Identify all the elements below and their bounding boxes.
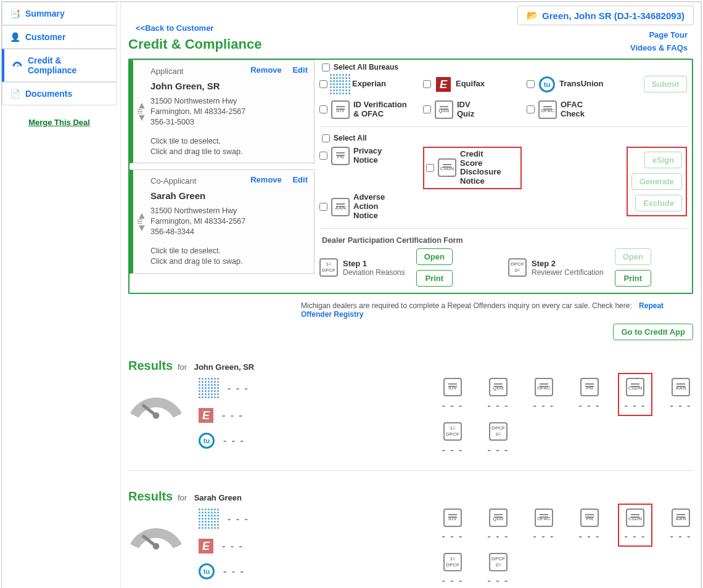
- result-ofac[interactable]: OFAC- - -: [532, 508, 556, 542]
- result-quiz[interactable]: Quiz- - -: [486, 378, 511, 411]
- folder-icon: 📂: [527, 10, 538, 21]
- applicant-addr2: Farmington, MI 48334-2567: [150, 107, 308, 117]
- dpcf-step1-sub: Deviation Reasons: [343, 268, 405, 277]
- transunion-score: - - -: [223, 566, 245, 577]
- csdn-label: Credit Score Disclosure Notice: [460, 150, 503, 187]
- result-pn[interactable]: PN- - -: [577, 508, 602, 542]
- transunion-icon: tu: [538, 76, 556, 93]
- aan-label: Adverse Action Notice: [353, 193, 390, 221]
- dpcf1-open-button[interactable]: Open: [416, 248, 453, 265]
- ofac-checkbox[interactable]: [527, 105, 535, 113]
- result-dpcf2[interactable]: DPCF2≡- - -: [486, 553, 511, 586]
- exclude-button[interactable]: Exclude: [635, 195, 682, 211]
- sidebar-item-summary[interactable]: 📑 Summary: [2, 2, 117, 25]
- experian-icon: [199, 378, 219, 398]
- applicant-ssn: 356-31-5003: [150, 117, 308, 128]
- customer-pill[interactable]: 📂 Green, John SR (DJ-1-34682093): [517, 6, 694, 25]
- sidebar-item-customer[interactable]: 👤 Customer: [2, 25, 117, 49]
- page-tour-link[interactable]: Page Tour: [649, 30, 688, 39]
- coapplicant-edit-link[interactable]: Edit: [292, 175, 308, 184]
- select-all-notices-label: Select All: [334, 134, 367, 143]
- select-all-bureaus-checkbox[interactable]: [322, 63, 330, 71]
- aan-checkbox[interactable]: [319, 203, 327, 211]
- gauge-icon: [12, 60, 23, 71]
- applicant-edit-link[interactable]: Edit: [292, 65, 308, 75]
- experian-score: - - -: [228, 513, 249, 525]
- for-label: for: [178, 493, 187, 502]
- coapplicant-hint2: Click and drag tile to swap.: [150, 256, 308, 267]
- result-aan[interactable]: AAN- - -: [668, 378, 693, 411]
- results-label: Results: [128, 489, 173, 503]
- select-all-notices-checkbox[interactable]: [322, 134, 330, 142]
- applicant-remove-link[interactable]: Remove: [250, 65, 282, 75]
- equifax-checkbox[interactable]: [423, 80, 431, 88]
- csdn-checkbox[interactable]: [426, 164, 434, 172]
- csdn-highlight: CSDN Credit Score Disclosure Notice: [423, 147, 522, 190]
- sidebar-item-documents[interactable]: 📄 Documents: [2, 82, 117, 105]
- back-link[interactable]: <<Back to Customer: [136, 23, 213, 33]
- dpcf-step2-sub: Reviewer Certification: [532, 268, 604, 277]
- idvquiz-checkbox[interactable]: [423, 105, 431, 113]
- dpcf1-icon: 1≡DPCF: [319, 258, 338, 277]
- equifax-score: - - -: [222, 410, 244, 421]
- generate-button[interactable]: Generate: [631, 173, 682, 190]
- experian-icon: [199, 508, 219, 529]
- idv-icon: IDV: [331, 100, 350, 119]
- result-csdn[interactable]: CSDN- - -: [623, 508, 648, 542]
- result-idv[interactable]: IDV- - -: [440, 508, 465, 542]
- results-label: Results: [128, 359, 173, 372]
- merge-deal-link[interactable]: Merge This Deal: [2, 118, 117, 127]
- sidebar-label: Credit & Compliance: [28, 55, 109, 75]
- select-all-bureaus-label: Select All Bureaus: [334, 63, 398, 72]
- transunion-checkbox[interactable]: [527, 80, 535, 88]
- coapplicant-name: Sarah Green: [150, 190, 308, 201]
- equifax-icon: E: [199, 539, 213, 553]
- applicant-hint1: Click tile to deselect.: [150, 136, 308, 147]
- result-aan[interactable]: AAN- - -: [668, 508, 693, 542]
- videos-link[interactable]: Videos & FAQs: [630, 43, 688, 52]
- submit-button[interactable]: Submit: [644, 76, 687, 92]
- result-quiz[interactable]: Quiz- - -: [486, 508, 511, 542]
- dpcf2-print-button[interactable]: Print: [615, 270, 651, 287]
- dpcf2-open-button[interactable]: Open: [615, 248, 651, 265]
- equifax-icon: E: [435, 76, 452, 93]
- equifax-icon: E: [199, 408, 213, 423]
- result-dpcf1[interactable]: 1≡DPCF- - -: [440, 553, 465, 586]
- gauge-icon: [128, 378, 184, 421]
- results-header-2: Results for Sarah Green: [128, 489, 693, 504]
- customer-pill-text: Green, John SR (DJ-1-34682093): [542, 10, 684, 21]
- ofac-label: OFAC Check: [561, 100, 591, 119]
- go-to-credit-app-button[interactable]: Go to Credit App: [613, 324, 693, 340]
- for-label: for: [178, 362, 187, 372]
- privacy-checkbox[interactable]: [319, 152, 327, 160]
- dpcf-title: Dealer Participation Certification Form: [322, 236, 687, 245]
- result-csdn[interactable]: CSDN- - -: [623, 378, 648, 411]
- equifax-label: Equifax: [456, 80, 485, 89]
- drag-handle-icon[interactable]: ▲≡▼: [137, 213, 147, 231]
- result-pn[interactable]: PN- - -: [577, 378, 602, 411]
- dpcf1-print-button[interactable]: Print: [416, 270, 453, 287]
- aan-icon: AAN: [331, 198, 350, 216]
- result-dpcf2[interactable]: DPCF2≡- - -: [486, 422, 511, 455]
- sidebar-item-credit[interactable]: Credit & Compliance: [2, 49, 117, 82]
- transunion-icon: tu: [199, 563, 215, 579]
- drag-handle-icon[interactable]: ▲≡▼: [137, 102, 147, 121]
- svg-point-1: [153, 412, 160, 419]
- idv-checkbox[interactable]: [319, 105, 327, 113]
- experian-score: - - -: [228, 383, 249, 394]
- csdn-icon: CSDN: [438, 158, 456, 177]
- compliance-box: ▲≡▼ Remove Edit Applicant John Green, SR…: [128, 59, 693, 294]
- experian-checkbox[interactable]: [319, 80, 327, 88]
- result-dpcf1[interactable]: 1≡DPCF- - -: [440, 422, 465, 455]
- esign-button[interactable]: eSign: [644, 152, 682, 168]
- coapplicant-tile[interactable]: ▲≡▼ Remove Edit Co-Applicant Sarah Green…: [130, 169, 314, 273]
- main-panel: <<Back to Customer Page Tour Videos & FA…: [120, 2, 701, 588]
- coapplicant-remove-link[interactable]: Remove: [250, 175, 282, 184]
- idvquiz-label: IDV Quiz: [457, 100, 482, 119]
- equifax-score: - - -: [222, 541, 244, 552]
- coapplicant-addr2: Farmington, MI 48334-2567: [150, 216, 308, 227]
- result-ofac[interactable]: OFAC- - -: [532, 378, 556, 411]
- result-idv[interactable]: IDV- - -: [440, 378, 465, 411]
- idv-label: ID Verification & OFAC: [353, 100, 409, 119]
- applicant-tile[interactable]: ▲≡▼ Remove Edit Applicant John Green, SR…: [130, 60, 314, 163]
